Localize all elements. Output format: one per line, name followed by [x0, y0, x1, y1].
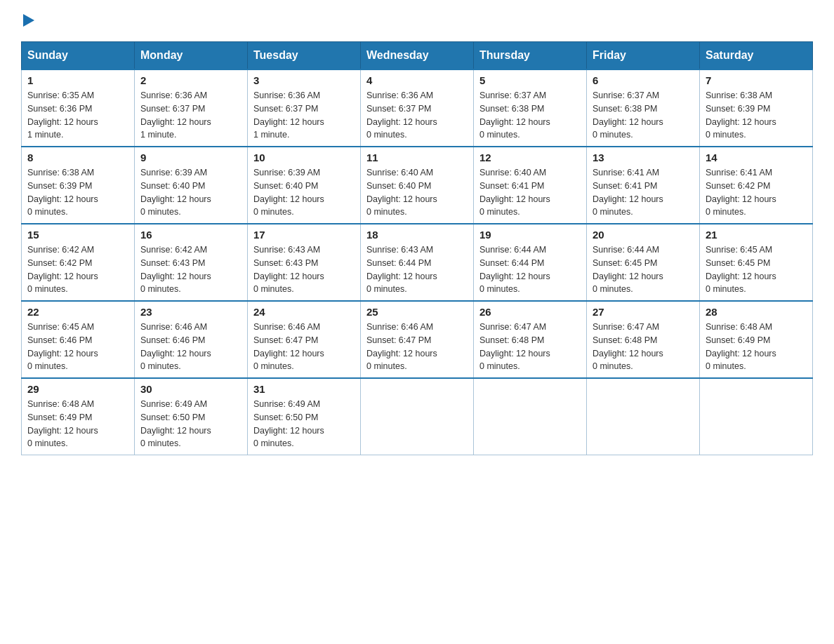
- day-number: 18: [366, 229, 468, 241]
- day-info: Sunrise: 6:43 AMSunset: 6:44 PMDaylight:…: [366, 245, 437, 294]
- week-row-3: 15 Sunrise: 6:42 AMSunset: 6:42 PMDaylig…: [22, 224, 813, 301]
- header-friday: Friday: [587, 42, 700, 70]
- day-info: Sunrise: 6:49 AMSunset: 6:50 PMDaylight:…: [253, 399, 324, 448]
- day-info: Sunrise: 6:45 AMSunset: 6:45 PMDaylight:…: [706, 245, 776, 294]
- day-number: 17: [253, 229, 355, 241]
- day-number: 30: [140, 383, 241, 395]
- calendar-cell: [587, 378, 700, 455]
- day-number: 16: [140, 229, 241, 241]
- week-row-5: 29 Sunrise: 6:48 AMSunset: 6:49 PMDaylig…: [22, 378, 813, 455]
- day-number: 3: [253, 74, 355, 86]
- day-info: Sunrise: 6:41 AMSunset: 6:41 PMDaylight:…: [593, 168, 663, 217]
- calendar-cell: 20 Sunrise: 6:44 AMSunset: 6:45 PMDaylig…: [587, 224, 700, 301]
- calendar-cell: 2 Sunrise: 6:36 AMSunset: 6:37 PMDayligh…: [135, 69, 248, 147]
- week-row-1: 1 Sunrise: 6:35 AMSunset: 6:36 PMDayligh…: [22, 69, 813, 147]
- day-number: 1: [27, 74, 128, 86]
- header-thursday: Thursday: [474, 42, 587, 70]
- day-number: 13: [593, 152, 694, 163]
- week-row-2: 8 Sunrise: 6:38 AMSunset: 6:39 PMDayligh…: [22, 147, 813, 224]
- header-saturday: Saturday: [700, 42, 813, 70]
- calendar-cell: 21 Sunrise: 6:45 AMSunset: 6:45 PMDaylig…: [700, 224, 813, 301]
- day-number: 15: [27, 229, 128, 241]
- day-number: 9: [140, 152, 241, 163]
- calendar-cell: [361, 378, 474, 455]
- day-info: Sunrise: 6:39 AMSunset: 6:40 PMDaylight:…: [253, 168, 324, 217]
- header-sunday: Sunday: [22, 42, 135, 70]
- calendar-cell: [700, 378, 813, 455]
- calendar-cell: 11 Sunrise: 6:40 AMSunset: 6:40 PMDaylig…: [361, 147, 474, 224]
- calendar-cell: 30 Sunrise: 6:49 AMSunset: 6:50 PMDaylig…: [135, 378, 248, 455]
- day-info: Sunrise: 6:48 AMSunset: 6:49 PMDaylight:…: [27, 399, 98, 448]
- day-info: Sunrise: 6:36 AMSunset: 6:37 PMDaylight:…: [366, 90, 437, 140]
- day-info: Sunrise: 6:37 AMSunset: 6:38 PMDaylight:…: [479, 90, 550, 140]
- calendar-cell: 10 Sunrise: 6:39 AMSunset: 6:40 PMDaylig…: [248, 147, 361, 224]
- calendar-cell: 22 Sunrise: 6:45 AMSunset: 6:46 PMDaylig…: [22, 301, 135, 378]
- day-number: 5: [479, 74, 581, 86]
- day-info: Sunrise: 6:40 AMSunset: 6:41 PMDaylight:…: [479, 168, 550, 217]
- calendar-cell: 26 Sunrise: 6:47 AMSunset: 6:48 PMDaylig…: [474, 301, 587, 378]
- week-row-4: 22 Sunrise: 6:45 AMSunset: 6:46 PMDaylig…: [22, 301, 813, 378]
- day-number: 21: [706, 229, 807, 241]
- day-number: 20: [593, 229, 694, 241]
- day-number: 4: [366, 74, 468, 86]
- header-wednesday: Wednesday: [361, 42, 474, 70]
- day-info: Sunrise: 6:42 AMSunset: 6:43 PMDaylight:…: [140, 245, 211, 294]
- day-info: Sunrise: 6:39 AMSunset: 6:40 PMDaylight:…: [140, 168, 211, 217]
- day-number: 22: [27, 306, 128, 318]
- day-info: Sunrise: 6:45 AMSunset: 6:46 PMDaylight:…: [27, 322, 98, 371]
- day-info: Sunrise: 6:47 AMSunset: 6:48 PMDaylight:…: [593, 322, 663, 371]
- calendar-cell: 8 Sunrise: 6:38 AMSunset: 6:39 PMDayligh…: [22, 147, 135, 224]
- header-tuesday: Tuesday: [248, 42, 361, 70]
- day-info: Sunrise: 6:38 AMSunset: 6:39 PMDaylight:…: [27, 168, 98, 217]
- day-info: Sunrise: 6:36 AMSunset: 6:37 PMDaylight:…: [253, 90, 324, 140]
- day-number: 25: [366, 306, 468, 318]
- day-info: Sunrise: 6:40 AMSunset: 6:40 PMDaylight:…: [366, 168, 437, 217]
- day-number: 6: [593, 74, 694, 86]
- calendar-cell: 5 Sunrise: 6:37 AMSunset: 6:38 PMDayligh…: [474, 69, 587, 147]
- day-number: 27: [593, 306, 694, 318]
- day-number: 19: [479, 229, 581, 241]
- calendar-cell: 31 Sunrise: 6:49 AMSunset: 6:50 PMDaylig…: [248, 378, 361, 455]
- day-number: 28: [706, 306, 807, 318]
- day-number: 24: [253, 306, 355, 318]
- logo-arrow-icon: [23, 14, 34, 27]
- calendar-cell: 23 Sunrise: 6:46 AMSunset: 6:46 PMDaylig…: [135, 301, 248, 378]
- day-number: 29: [27, 383, 128, 395]
- calendar-table: SundayMondayTuesdayWednesdayThursdayFrid…: [21, 41, 813, 455]
- day-number: 2: [140, 74, 241, 86]
- page-header: [21, 14, 813, 27]
- calendar-cell: 7 Sunrise: 6:38 AMSunset: 6:39 PMDayligh…: [700, 69, 813, 147]
- calendar-cell: 6 Sunrise: 6:37 AMSunset: 6:38 PMDayligh…: [587, 69, 700, 147]
- day-number: 31: [253, 383, 355, 395]
- calendar-cell: 29 Sunrise: 6:48 AMSunset: 6:49 PMDaylig…: [22, 378, 135, 455]
- calendar-cell: 13 Sunrise: 6:41 AMSunset: 6:41 PMDaylig…: [587, 147, 700, 224]
- day-number: 7: [706, 74, 807, 86]
- header-monday: Monday: [135, 42, 248, 70]
- calendar-cell: 15 Sunrise: 6:42 AMSunset: 6:42 PMDaylig…: [22, 224, 135, 301]
- day-number: 11: [366, 152, 468, 163]
- calendar-cell: 16 Sunrise: 6:42 AMSunset: 6:43 PMDaylig…: [135, 224, 248, 301]
- calendar-cell: [474, 378, 587, 455]
- calendar-cell: 19 Sunrise: 6:44 AMSunset: 6:44 PMDaylig…: [474, 224, 587, 301]
- calendar-cell: 17 Sunrise: 6:43 AMSunset: 6:43 PMDaylig…: [248, 224, 361, 301]
- day-info: Sunrise: 6:49 AMSunset: 6:50 PMDaylight:…: [140, 399, 211, 448]
- day-info: Sunrise: 6:41 AMSunset: 6:42 PMDaylight:…: [706, 168, 776, 217]
- day-number: 8: [27, 152, 128, 163]
- day-number: 26: [479, 306, 581, 318]
- calendar-cell: 28 Sunrise: 6:48 AMSunset: 6:49 PMDaylig…: [700, 301, 813, 378]
- day-info: Sunrise: 6:38 AMSunset: 6:39 PMDaylight:…: [706, 90, 776, 140]
- day-info: Sunrise: 6:46 AMSunset: 6:46 PMDaylight:…: [140, 322, 211, 371]
- calendar-cell: 14 Sunrise: 6:41 AMSunset: 6:42 PMDaylig…: [700, 147, 813, 224]
- day-info: Sunrise: 6:46 AMSunset: 6:47 PMDaylight:…: [366, 322, 437, 371]
- calendar-cell: 12 Sunrise: 6:40 AMSunset: 6:41 PMDaylig…: [474, 147, 587, 224]
- day-number: 23: [140, 306, 241, 318]
- calendar-cell: 24 Sunrise: 6:46 AMSunset: 6:47 PMDaylig…: [248, 301, 361, 378]
- calendar-cell: 1 Sunrise: 6:35 AMSunset: 6:36 PMDayligh…: [22, 69, 135, 147]
- day-info: Sunrise: 6:44 AMSunset: 6:45 PMDaylight:…: [593, 245, 663, 294]
- calendar-cell: 18 Sunrise: 6:43 AMSunset: 6:44 PMDaylig…: [361, 224, 474, 301]
- calendar-cell: 9 Sunrise: 6:39 AMSunset: 6:40 PMDayligh…: [135, 147, 248, 224]
- day-number: 10: [253, 152, 355, 163]
- day-number: 14: [706, 152, 807, 163]
- day-info: Sunrise: 6:48 AMSunset: 6:49 PMDaylight:…: [706, 322, 776, 371]
- calendar-cell: 4 Sunrise: 6:36 AMSunset: 6:37 PMDayligh…: [361, 69, 474, 147]
